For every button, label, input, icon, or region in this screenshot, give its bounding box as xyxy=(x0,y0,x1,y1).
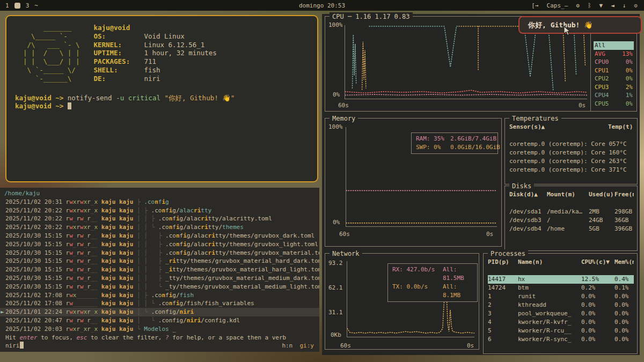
broot-flags: h:n gi:y xyxy=(282,342,314,350)
rx-total: All: 81.5MB xyxy=(443,265,473,283)
system-info-row: OS:Void Linux xyxy=(93,32,216,41)
net-y2: 62.1 xyxy=(328,284,343,292)
column-header[interactable]: Name(n) xyxy=(518,258,581,267)
temperature-row[interactable]: coretemp.0 (coretemp): Core 160°C xyxy=(509,149,634,157)
cpu-legend-entry[interactable]: CPU32% xyxy=(594,83,634,92)
cpu-legend-entry[interactable]: All xyxy=(594,41,634,50)
file-row[interactable]: 2025/11/02 17:08 rwx______ kaju kaju │ ├… xyxy=(0,291,319,300)
cpu-ymin-label: 0% xyxy=(333,91,340,99)
temperatures-table: Sensor(s)▲Temp(t)coretemp.0 (coretemp): … xyxy=(509,123,634,174)
system-info-row: UPTIME:1 hour, 32 minutes xyxy=(93,49,216,57)
process-row[interactable]: 3pool_workqueue_0.0%0.0% xyxy=(488,309,634,318)
net-x-left: 60s xyxy=(340,342,351,350)
mem-ymax-label: 100% xyxy=(328,123,343,131)
temperatures-panel-title: Temperatures xyxy=(509,114,561,123)
file-row[interactable]: 2025/11/02 17:08 rw_______ kaju kaju │ │… xyxy=(0,299,319,308)
cpu-x-right: 0s xyxy=(579,101,586,110)
swap-usage: SWP: 0% xyxy=(416,143,450,152)
cpu-legend-entry[interactable]: AVG13% xyxy=(594,50,634,58)
column-header[interactable]: Disk(d)▲ xyxy=(509,190,547,199)
cpu-graph xyxy=(345,25,587,99)
process-row[interactable]: 14724btm0.2%0.1% xyxy=(488,284,634,292)
terminal-window[interactable]: _______ \_____ `- /\ ___ `- \ | | / \ | … xyxy=(5,15,318,182)
column-header[interactable]: Free(n) xyxy=(614,190,634,199)
file-row[interactable]: 2025/11/02 20:31 rwxrwxr_x kaju kaju ├ .… xyxy=(0,198,319,206)
process-row[interactable]: 5kworker/R-rcu__0.0%0.0% xyxy=(488,327,634,335)
process-row[interactable]: 1runit0.0%0.0% xyxy=(488,292,634,301)
file-row[interactable]: 2025/10/30 15:15 rw_rw_r__ kaju kaju │ │… xyxy=(0,232,319,240)
cpu-legend-entry[interactable]: CPU41% xyxy=(594,91,634,100)
clock: domingo 20:53 xyxy=(0,2,644,9)
net-y1: 93.2 xyxy=(328,259,343,268)
current-path: /home/kaju xyxy=(0,189,319,198)
column-header[interactable]: Sensor(s)▲ xyxy=(509,123,608,131)
column-header[interactable]: Used(u) xyxy=(589,190,614,199)
file-row[interactable]: 2025/11/02 20:22 rwxrwxr_x kaju kaju │ │… xyxy=(0,223,319,232)
memory-panel-title: Memory xyxy=(330,114,358,123)
file-tree: 2025/11/02 20:31 rwxrwxr_x kaju kaju ├ .… xyxy=(0,198,319,334)
file-row[interactable]: ►2025/11/01 22:24 rwxrwxr_x kaju kaju │ … xyxy=(0,308,319,316)
column-header[interactable]: Mem%(m) xyxy=(614,258,634,267)
swap-value: 0.0GiB/16.0GiB xyxy=(450,143,500,152)
hidden-flag[interactable]: h:n xyxy=(282,342,292,349)
file-row[interactable]: 2025/10/30 15:15 rw_rw_r__ kaju kaju │ │… xyxy=(0,249,319,257)
column-header[interactable]: Mount(m) xyxy=(547,190,589,199)
notification-text: 你好, Github! 👋 xyxy=(528,20,593,30)
cpu-legend-entry[interactable]: CPU10% xyxy=(594,67,634,75)
processes-panel: Processes PID(p)Name(n)CPU%(c)▼Mem%(m)14… xyxy=(483,253,638,354)
text-cursor xyxy=(20,342,24,349)
file-browser-window[interactable]: /home/kaju 2025/11/02 20:31 rwxrwxr_x ka… xyxy=(0,188,319,352)
system-info-row: KERNEL:Linux 6.12.56_1 xyxy=(93,41,216,49)
column-header[interactable]: Temp(t) xyxy=(608,123,634,131)
disk-row[interactable]: /dev/sda1/media/ka…2MB298GB xyxy=(509,208,634,216)
mem-x-right: 0s xyxy=(486,230,493,239)
temperature-row[interactable]: coretemp.0 (coretemp): Core 371°C xyxy=(509,166,634,174)
column-header[interactable]: CPU%(c)▼ xyxy=(581,258,614,267)
process-row[interactable]: 2kthreadd0.0%0.0% xyxy=(488,301,634,309)
system-monitor-window[interactable]: CPU ─ 1.16 1.17 0.83 100% 0% 60s 0s AllA… xyxy=(322,14,640,355)
temperature-row[interactable]: coretemp.0 (coretemp): Core 057°C xyxy=(509,140,634,149)
cpu-panel-title: CPU ─ 1.16 1.17 0.83 xyxy=(330,12,413,21)
mouse-cursor-icon xyxy=(564,26,571,36)
notification-popup[interactable]: 你好, Github! 👋 xyxy=(518,16,642,34)
filter-input-line[interactable]: niri h:n gi:y xyxy=(0,342,319,350)
system-info: kaju@voidOS:Void LinuxKERNEL:Linux 6.12.… xyxy=(93,24,216,83)
ram-value: 2.6GiB/7.4GiB xyxy=(450,135,496,143)
disks-table: Disk(d)▲Mount(m)Used(u)Free(n)/dev/sda1/… xyxy=(509,190,634,233)
disk-row[interactable]: /dev/sdb4/home5GB396GB xyxy=(509,225,634,233)
shell-prompt[interactable]: kaju@void ~> xyxy=(15,102,309,110)
file-row[interactable]: 2025/10/30 15:15 rw_rw_r__ kaju kaju │ │… xyxy=(0,257,319,265)
file-row[interactable]: 2025/10/30 15:15 rw_rw_r__ kaju kaju │ │… xyxy=(0,240,319,249)
file-row[interactable]: 2025/10/30 15:15 rw_rw_r__ kaju kaju │ │… xyxy=(0,265,319,274)
process-row[interactable]: 14417hx12.5%0.4% xyxy=(488,275,634,284)
file-row[interactable]: 2025/11/02 20:22 rwxrwxr_x kaju kaju │ ├… xyxy=(0,206,319,215)
filter-text[interactable]: niri xyxy=(5,342,20,349)
temperatures-panel: Temperatures Sensor(s)▲Temp(t)coretemp.0… xyxy=(504,118,638,184)
process-row[interactable]: 6kworker/R-sync_0.0%0.0% xyxy=(488,335,634,344)
processes-panel-title: Processes xyxy=(488,249,528,258)
cpu-legend-entry[interactable]: CPU50% xyxy=(594,100,634,108)
top-bar: 1 3 ~ domingo 20:53 [→Caps_—⚙ᛒ▼◄↓⊙ xyxy=(0,0,644,11)
file-row[interactable]: 2025/11/02 20:22 rw_rw_r__ kaju kaju │ │… xyxy=(0,215,319,223)
gitignore-flag[interactable]: gi:y xyxy=(300,342,314,349)
system-info-row: DE:niri xyxy=(93,75,216,83)
file-row[interactable]: 2025/11/02 20:03 rwxr_xr_x kaju kaju └ M… xyxy=(0,325,319,334)
disk-row[interactable]: /dev/sdb3/24GB36GB xyxy=(509,216,634,225)
cpu-x-left: 60s xyxy=(338,101,349,110)
column-header[interactable]: PID(p) xyxy=(488,258,518,267)
ram-usage: RAM: 35% xyxy=(416,135,450,143)
system-info-row: SHELL:fish xyxy=(93,66,216,75)
status-hint: Hit enter to focus, esc to clear the fil… xyxy=(0,334,319,342)
file-row[interactable]: 2025/10/30 15:15 rw_rw_r__ kaju kaju │ │… xyxy=(0,274,319,283)
file-row[interactable]: 2025/10/30 15:15 rw_rw_r__ kaju kaju │ │… xyxy=(0,283,319,291)
disks-panel-title: Disks xyxy=(509,182,534,190)
net-x-right: 0s xyxy=(467,342,474,350)
process-row[interactable]: 4kworker/R-kvfr_0.0%0.0% xyxy=(488,318,634,327)
temperature-row[interactable]: coretemp.0 (coretemp): Core 263°C xyxy=(509,157,634,166)
cpu-legend-entry[interactable]: CPU20% xyxy=(594,75,634,83)
shell-command-line: kaju@void ~> notify-send -u critical "你好… xyxy=(15,94,309,102)
file-row[interactable]: 2025/11/02 20:47 rw_rw_r__ kaju kaju │ └… xyxy=(0,316,319,325)
memory-legend: RAM: 35%2.6GiB/7.4GiB SWP: 0%0.0GiB/16.0… xyxy=(411,132,498,154)
network-panel-title: Network xyxy=(330,249,362,258)
cpu-legend-entry[interactable]: CPU00% xyxy=(594,58,634,67)
